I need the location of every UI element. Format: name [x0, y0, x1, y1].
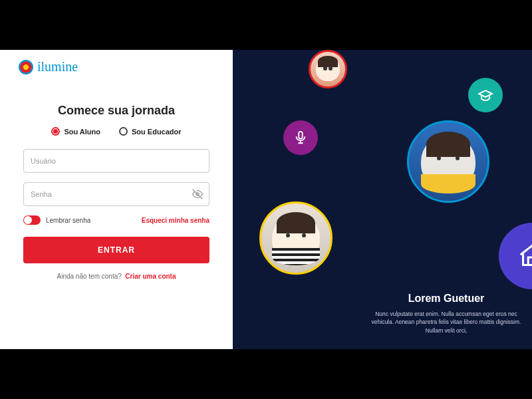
decorative-blob-icon — [499, 223, 532, 289]
svg-rect-1 — [299, 132, 303, 139]
avatar-large-1 — [407, 120, 489, 203]
promo-title: Lorem Guetuer — [370, 293, 523, 305]
radio-unselected-icon — [119, 127, 128, 136]
role-educator-label: Sou Educador — [132, 128, 182, 136]
promo-copy: Lorem Guetuer Nunc vulputate erat enim. … — [370, 293, 523, 334]
microphone-icon — [283, 120, 318, 155]
login-stage: ilumine Comece sua jornada Sou Aluno Sou… — [0, 50, 532, 349]
password-input[interactable] — [23, 182, 209, 206]
username-field-wrap — [23, 149, 209, 173]
remember-label: Lembrar senha — [46, 217, 90, 224]
face-icon — [272, 214, 321, 263]
brand-logo-icon — [19, 60, 33, 74]
brand-name: ilumine — [37, 59, 78, 74]
signup-line: Ainda não tem conta? Criar uma conta — [57, 273, 176, 280]
promo-body: Nunc vulputate erat enim. Nulla accumsan… — [370, 310, 523, 334]
submit-button[interactable]: ENTRAR — [23, 237, 209, 263]
avatar-large-2 — [259, 201, 332, 275]
login-panel: ilumine Comece sua jornada Sou Aluno Sou… — [0, 50, 233, 349]
face-icon — [421, 134, 476, 190]
password-field-wrap — [23, 182, 209, 206]
remember-toggle[interactable] — [23, 215, 41, 225]
letterbox-bottom — [0, 349, 532, 399]
signup-prompt: Ainda não tem conta? — [57, 273, 122, 280]
toggle-password-visibility-icon[interactable] — [192, 189, 203, 200]
letterbox-top — [0, 0, 532, 50]
graduation-cap-icon — [468, 78, 503, 112]
forgot-password-link[interactable]: Esqueci minha senha — [142, 217, 209, 224]
username-input[interactable] — [23, 149, 209, 173]
radio-selected-icon — [51, 127, 60, 136]
avatar-small-1 — [309, 50, 347, 88]
login-headline: Comece sua jornada — [58, 104, 175, 118]
signup-link[interactable]: Criar uma conta — [125, 273, 176, 280]
face-icon — [316, 57, 340, 81]
role-student-label: Sou Aluno — [64, 128, 100, 136]
login-form: Comece sua jornada Sou Aluno Sou Educado… — [19, 104, 214, 280]
role-educator[interactable]: Sou Educador — [119, 127, 182, 136]
brand: ilumine — [19, 59, 214, 74]
role-student[interactable]: Sou Aluno — [51, 127, 100, 136]
role-selector: Sou Aluno Sou Educador — [51, 127, 181, 136]
options-row: Lembrar senha Esqueci minha senha — [23, 215, 209, 225]
remember-group: Lembrar senha — [23, 215, 90, 225]
promo-panel: Lorem Guetuer Nunc vulputate erat enim. … — [233, 50, 532, 349]
